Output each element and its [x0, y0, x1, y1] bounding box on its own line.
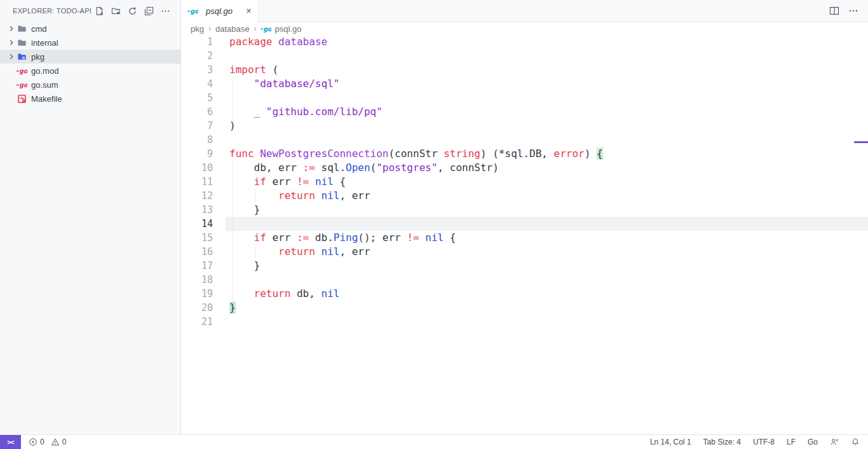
breadcrumb-separator-icon: ›: [254, 24, 256, 33]
code-line[interactable]: 17 }: [181, 259, 868, 273]
code-line[interactable]: 15 if err := db.Ping(); err != nil {: [181, 231, 868, 245]
line-number: 17: [181, 259, 213, 273]
tab-psql-go[interactable]: go psql.go ✕: [181, 0, 259, 22]
tab-size-indicator[interactable]: Tab Size: 4: [703, 438, 741, 446]
line-number: 3: [181, 63, 213, 77]
code-line-text: [213, 133, 229, 147]
chevron-right-icon[interactable]: [6, 24, 17, 34]
line-number: 9: [181, 147, 213, 161]
code-editor[interactable]: 1package database23import (4 "database/s…: [181, 35, 868, 329]
notifications-bell-icon[interactable]: [851, 438, 860, 446]
breadcrumb-item-database[interactable]: database: [215, 24, 250, 34]
tree-item-label: pkg: [31, 52, 44, 62]
editor-area: go psql.go ✕ pkg›database›gopsql.go 1pac…: [181, 0, 868, 434]
remote-indicator[interactable]: ><: [0, 435, 21, 449]
code-line[interactable]: 5: [181, 91, 868, 105]
tree-item-makefile[interactable]: Makefile: [0, 92, 180, 106]
status-bar-right: Ln 14, Col 1Tab Size: 4UTF-8LFGo: [650, 438, 868, 446]
refresh-explorer-icon[interactable]: [127, 6, 137, 16]
code-line[interactable]: 2: [181, 49, 868, 63]
indent-guide: [232, 217, 233, 231]
eol-indicator[interactable]: LF: [787, 438, 796, 446]
explorer-sidebar: EXPLORER: TODO-API cmdinternalpkggogo.mo…: [0, 0, 181, 434]
line-number: 18: [181, 273, 213, 287]
feedback-icon[interactable]: [830, 438, 839, 446]
breadcrumb-item-pkg[interactable]: pkg: [191, 24, 204, 34]
collapse-folders-icon[interactable]: [144, 6, 154, 16]
code-line[interactable]: 14: [181, 217, 868, 231]
line-number: 14: [181, 217, 213, 231]
code-line[interactable]: 12 return nil, err: [181, 189, 868, 203]
file-tree: cmdinternalpkggogo.modgogo.sumMakefile: [0, 22, 180, 106]
indent-guide: [232, 273, 233, 287]
breadcrumb-label: pkg: [191, 24, 204, 34]
remote-icon: ><: [7, 439, 13, 446]
close-tab-icon[interactable]: ✕: [245, 6, 253, 17]
language-indicator[interactable]: Go: [808, 438, 818, 446]
line-col-indicator[interactable]: Ln 14, Col 1: [650, 438, 691, 446]
code-line[interactable]: 19 return db, nil: [181, 287, 868, 301]
svg-text:go: go: [190, 8, 198, 15]
code-line-text: "database/sql": [213, 77, 339, 91]
line-number: 13: [181, 203, 213, 217]
code-line[interactable]: 18: [181, 273, 868, 287]
code-line[interactable]: 3import (: [181, 63, 868, 77]
tab-bar-filler: [259, 0, 820, 22]
tree-item-label: go.sum: [31, 80, 58, 90]
code-line-text: db, err := sql.Open("postgres", connStr): [213, 161, 499, 175]
go-icon: go: [17, 81, 27, 88]
more-actions-icon[interactable]: [848, 6, 858, 16]
line-number: 16: [181, 245, 213, 259]
code-line-text: [213, 315, 229, 329]
code-line-text: _ "github.com/lib/pq": [213, 105, 383, 119]
go-file-icon: go: [187, 8, 198, 15]
warning-count: 0: [62, 438, 67, 446]
tree-item-internal[interactable]: internal: [0, 36, 180, 50]
tree-item-cmd[interactable]: cmd: [0, 22, 180, 36]
breadcrumb-separator-icon: ›: [208, 24, 211, 33]
chevron-right-icon[interactable]: [6, 52, 17, 62]
breadcrumb-item-psql-go[interactable]: gopsql.go: [261, 24, 301, 34]
code-line[interactable]: 11 if err != nil {: [181, 175, 868, 189]
encoding-indicator[interactable]: UTF-8: [753, 438, 775, 446]
chevron-right-icon[interactable]: [6, 38, 17, 48]
warning-icon: [51, 438, 60, 446]
tab-label: psql.go: [206, 6, 233, 16]
code-line-text: if err != nil {: [213, 175, 346, 189]
line-number: 1: [181, 35, 213, 49]
overview-ruler-cursor: [854, 141, 868, 143]
tree-item-label: cmd: [31, 24, 47, 34]
indent-guide: [232, 91, 233, 105]
code-line[interactable]: 21: [181, 315, 868, 329]
code-line-text: }: [213, 301, 236, 315]
code-line-text: return nil, err: [213, 245, 370, 259]
code-line[interactable]: 4 "database/sql": [181, 77, 868, 91]
code-line[interactable]: 7): [181, 119, 868, 133]
new-folder-icon[interactable]: [111, 6, 121, 16]
workbench: EXPLORER: TODO-API cmdinternalpkggogo.mo…: [0, 0, 868, 434]
code-line[interactable]: 20}: [181, 301, 868, 315]
code-line-text: [213, 217, 229, 231]
code-line[interactable]: 13 }: [181, 203, 868, 217]
more-actions-icon[interactable]: [160, 6, 170, 16]
svg-text:go: go: [264, 25, 272, 32]
problems-indicator[interactable]: 0 0: [29, 438, 66, 446]
explorer-title: EXPLORER: TODO-API: [13, 7, 92, 15]
code-line[interactable]: 9func NewPostgresConnection(connStr stri…: [181, 147, 868, 161]
code-line[interactable]: 6 _ "github.com/lib/pq": [181, 105, 868, 119]
line-number: 10: [181, 161, 213, 175]
tree-item-pkg[interactable]: pkg: [0, 50, 180, 64]
tree-item-label: go.mod: [31, 66, 58, 76]
breadcrumb-label: psql.go: [275, 24, 301, 34]
svg-text:go: go: [19, 81, 27, 88]
code-line[interactable]: 10 db, err := sql.Open("postgres", connS…: [181, 161, 868, 175]
tree-item-go-sum[interactable]: gogo.sum: [0, 78, 180, 92]
tree-item-go-mod[interactable]: gogo.mod: [0, 64, 180, 78]
code-line[interactable]: 1package database: [181, 35, 868, 49]
code-line[interactable]: 8: [181, 133, 868, 147]
split-editor-icon[interactable]: [829, 6, 839, 16]
new-file-icon[interactable]: [94, 6, 104, 16]
status-bar: >< 0 0 Ln 14, Col 1Tab Size: 4UTF-8LFGo: [0, 434, 868, 449]
folder-icon: [17, 24, 27, 34]
code-line[interactable]: 16 return nil, err: [181, 245, 868, 259]
